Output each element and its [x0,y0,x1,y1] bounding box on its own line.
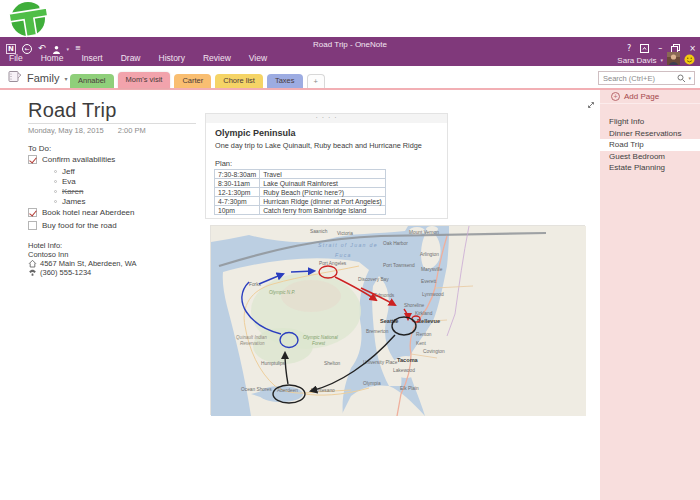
full-page-view-icon[interactable] [586,96,596,106]
bullet-icon [54,200,57,203]
note-title[interactable]: Olympic Peninsula [215,128,296,138]
ribbon-tab-insert[interactable]: Insert [72,50,111,66]
map-label-lynnwood: Lynnwood [422,292,444,297]
ribbon-tab-home[interactable]: Home [32,50,73,66]
map-label-bremerton: Bremerton [366,329,389,334]
plan-activity-cell: Catch ferry from Bainbridge Island [260,206,386,215]
todo-text: Jeff [62,167,75,176]
map-label-renton: Renton [416,332,432,337]
page-date: Monday, May 18, 2015 [28,126,104,135]
page-item-road-trip[interactable]: Road Trip [600,139,700,151]
map-label-fuca: Fuca [335,252,352,258]
todo-checkbox[interactable] [28,208,37,217]
note-drag-handle[interactable]: · · · · [206,114,447,123]
window-title: Road Trip - OneNote [0,40,700,49]
ribbon-tab-history[interactable]: History [150,50,194,66]
page-item-flight-info[interactable]: Flight Info [600,116,700,128]
plan-table[interactable]: 7:30-8:30amTravel8:30-11amLake Quinault … [214,169,386,215]
section-tab-chore-list[interactable]: Chore list [215,74,263,88]
map-label-shelton: Shelton [324,361,341,366]
todo-heading: To Do: [28,144,51,153]
map-label-mount-vernon: Mount Vernon [409,230,439,235]
map-label-quinault-indian: Quinault Indian [236,335,267,340]
ribbon-tab-draw[interactable]: Draw [112,50,150,66]
add-page-icon: + [611,92,620,101]
todo-subitem[interactable]: Jeff [28,166,228,176]
hotel-heading: Hotel Info: [28,240,136,250]
page-item-guest-bedroom[interactable]: Guest Bedroom [600,151,700,163]
section-tab-taxes[interactable]: Taxes [267,74,303,88]
todo-checkbox[interactable] [28,221,37,230]
feedback-smiley-icon[interactable] [684,51,695,69]
search-icon[interactable] [677,74,686,83]
map-label-arlington: Arlington [420,252,439,257]
todo-subitem[interactable]: Karen [28,186,228,196]
plan-activity-cell: Hurrican Ridge (dinner at Port Angeles) [260,197,386,206]
plan-time-cell: 4-7:30pm [215,197,260,206]
map-label-port-townsend: Port Townsend [383,263,415,268]
map-label-forks: Forks [249,282,262,287]
section-color-divider [0,88,700,90]
plan-activity-cell: Lake Quinault Rainforest [260,179,386,188]
plan-activity-cell: Travel [260,170,386,179]
plan-row: 12-1:30pmRuby Beach (Picnic here?) [215,188,386,197]
map-label-kirkland: Kirkland [415,311,433,316]
map-label-olympia: Olympia [363,381,381,386]
phone-icon [28,268,40,277]
plan-time-cell: 10pm [215,206,260,215]
bullet-icon [54,170,57,173]
page-item-dinner-reservations[interactable]: Dinner Reservations [600,128,700,140]
plan-row: 10pmCatch ferry from Bainbridge Island [215,206,386,215]
hotel-info-block: Hotel Info: Contoso Inn 4567 Main St, Ab… [28,240,136,277]
map-label-lakewood: Lakewood [393,368,415,373]
map-label-covington: Covington [423,349,445,354]
note-subtitle[interactable]: One day trip to Lake Quinault, Ruby beac… [215,141,422,150]
todo-item[interactable]: Buy food for the road [28,219,228,231]
search-scope-dropdown-icon[interactable]: ▾ [688,75,691,81]
add-page-button[interactable]: + Add Page [600,90,700,104]
plan-row: 8:30-11amLake Quinault Rainforest [215,179,386,188]
todo-list: Confirm availabilitiesJeffEvaKarenJamesB… [28,153,228,232]
map-label-shoreline: Shoreline [404,303,425,308]
note-container[interactable]: · · · · Olympic Peninsula One day trip t… [205,113,448,219]
plan-row: 7:30-8:30amTravel [215,170,386,179]
hotel-phone: (360) 555-1234 [40,268,91,277]
search-input[interactable] [599,74,677,83]
page-sidebar: + Add Page Flight InfoDinner Reservation… [600,90,700,500]
section-tab-annabel[interactable]: Annabel [70,74,114,88]
section-tab-mom-s-visit[interactable]: Mom's visit [118,72,171,88]
map-label-olympic-n-p: Olympic N.P. [269,290,295,295]
ribbon-tab-view[interactable]: View [240,50,276,66]
todo-text: Book hotel near Aberdeen [42,208,135,217]
user-dropdown-icon[interactable]: ▾ [660,57,663,63]
todo-checkbox[interactable] [28,155,37,164]
todo-item[interactable]: Confirm availabilities [28,153,228,165]
page-canvas[interactable]: Road Trip Monday, May 18, 20152:00 PM To… [0,90,600,500]
map-label-strait-of-juan-de: Strait of Juan de [318,242,378,248]
map-label-elk-plain: Elk Plain [400,386,419,391]
account-area: Sara Davis ▾ [617,51,695,69]
map-label-reservation: Reservation [240,341,265,346]
notebook-switcher[interactable]: Family ▾ [8,69,67,87]
notebook-dropdown-icon: ▾ [64,75,67,82]
todo-subitem[interactable]: Eva [28,176,228,186]
todo-text: James [62,197,86,206]
avatar[interactable] [667,51,680,69]
map-label-olympic-national: Olympic National [303,335,339,340]
add-section-tab[interactable]: + [307,74,325,88]
section-tab-carter[interactable]: Carter [174,74,211,88]
ribbon-tab-file[interactable]: File [0,50,32,66]
map-label-tacoma: Tacoma [397,357,419,363]
page-date-line: Monday, May 18, 20152:00 PM [28,126,146,135]
todo-text: Buy food for the road [42,221,117,230]
todo-item[interactable]: Book hotel near Aberdeen [28,206,228,218]
todo-subitem[interactable]: James [28,196,228,206]
ribbon-tab-review[interactable]: Review [194,50,240,66]
todo-text: Karen [62,187,83,196]
map-label-saanich: Saanich [310,229,328,234]
page-list: Flight InfoDinner ReservationsRoad TripG… [600,116,700,174]
user-name[interactable]: Sara Davis [617,56,656,65]
page-item-estate-planning[interactable]: Estate Planning [600,162,700,174]
olympic-peninsula-map[interactable]: SaanichVictoriaMount VernonOak HarborStr… [210,225,585,415]
page-title[interactable]: Road Trip [28,99,117,122]
